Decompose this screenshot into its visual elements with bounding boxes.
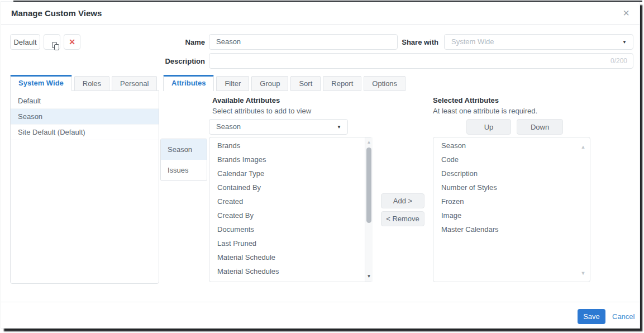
attribute-category-tab[interactable]: Issues (161, 160, 207, 180)
available-attribute-item[interactable]: Modified (209, 278, 372, 282)
attribute-group-value: Season (216, 122, 241, 131)
attribute-category-tabs: SeasonIssues (160, 139, 207, 181)
editor-tab[interactable]: Options (364, 76, 406, 91)
remove-button[interactable]: < Remove (381, 211, 424, 226)
selected-attribute-item[interactable]: Code (433, 153, 590, 166)
cancel-link[interactable]: Cancel (612, 312, 635, 321)
save-button[interactable]: Save (578, 309, 605, 324)
attribute-group-select[interactable]: Season ▼ (209, 119, 348, 135)
selected-attribute-item[interactable]: Number of Styles (433, 180, 590, 194)
selected-attribute-item[interactable]: Master Calendars (433, 222, 590, 236)
name-label: Name (158, 38, 205, 46)
selected-attribute-item[interactable]: Description (433, 166, 590, 180)
view-scope-tab[interactable]: System Wide (10, 75, 72, 91)
delete-button[interactable]: ✕ (64, 34, 80, 50)
dialog-title: Manage Custom Views (11, 8, 102, 18)
move-down-button[interactable]: Down (517, 119, 563, 135)
editor-tab[interactable]: Report (323, 76, 361, 91)
name-input[interactable]: Season (209, 34, 398, 50)
selected-list-scrollbar[interactable]: ▲ ▼ (579, 137, 590, 282)
available-attribute-item[interactable]: Contained By (209, 180, 372, 194)
move-up-button[interactable]: Up (466, 119, 511, 135)
available-attribute-item[interactable]: Documents (209, 222, 372, 236)
available-attributes-heading: Available Attributes (212, 96, 280, 104)
close-icon[interactable]: × (621, 6, 632, 20)
available-attribute-item[interactable]: Brands (209, 139, 372, 153)
description-label: Description (158, 57, 205, 65)
share-with-value: System Wide (451, 37, 494, 46)
selected-attributes-list: SeasonCodeDescriptionNumber of StylesFro… (433, 137, 590, 282)
views-list: DefaultSeasonSite Default (Default) (10, 90, 159, 284)
manage-custom-views-dialog: Manage Custom Views × Default ✕ Name Sea… (1, 1, 640, 329)
description-input[interactable]: 0/200 (209, 53, 633, 69)
available-attribute-item[interactable]: Brands Images (209, 153, 372, 166)
available-attributes-subheading: Select attributes to add to view (212, 107, 311, 115)
share-with-select[interactable]: System Wide ▼ (444, 34, 633, 50)
delete-icon: ✕ (69, 37, 75, 46)
scroll-up-arrow-icon[interactable]: ▲ (579, 144, 587, 150)
chevron-down-icon: ▼ (622, 35, 627, 50)
view-list-item[interactable]: Site Default (Default) (11, 125, 159, 140)
chevron-down-icon: ▼ (337, 120, 341, 135)
default-button[interactable]: Default (10, 34, 40, 50)
scroll-down-arrow-icon[interactable]: ▼ (365, 273, 373, 280)
available-attribute-item[interactable]: Material Schedules (209, 264, 372, 278)
selected-attribute-item[interactable]: Season (433, 139, 590, 153)
available-attributes-list: BrandsBrands ImagesCalendar TypeContaine… (209, 137, 373, 282)
editor-tab[interactable]: Filter (216, 76, 249, 91)
dialog-footer: Save Cancel (1, 302, 640, 328)
share-with-label: Share with (388, 38, 438, 46)
view-scope-tabs: System WideRolesPersonal (10, 75, 159, 91)
available-attribute-item[interactable]: Material Schedule (209, 250, 372, 264)
available-attribute-item[interactable]: Created (209, 194, 372, 208)
editor-tabs: AttributesFilterGroupSortReportOptions (163, 75, 408, 91)
view-scope-tab[interactable]: Personal (112, 76, 157, 91)
add-button[interactable]: Add > (381, 193, 424, 208)
dialog-header: Manage Custom Views × (1, 2, 640, 25)
selected-attributes-subheading: At least one attribute is required. (433, 107, 537, 115)
available-list-scrollbar[interactable]: ▲ ▼ (365, 137, 373, 282)
editor-tab[interactable]: Attributes (163, 75, 214, 91)
view-scope-tab[interactable]: Roles (74, 76, 109, 91)
description-counter: 0/200 (610, 54, 627, 68)
scroll-up-arrow-icon[interactable]: ▲ (365, 139, 373, 146)
scroll-thumb[interactable] (366, 148, 371, 223)
available-attribute-item[interactable]: Last Pruned (209, 236, 372, 250)
available-attribute-item[interactable]: Created By (209, 208, 372, 222)
view-list-item[interactable]: Default (11, 93, 159, 109)
copy-button[interactable] (44, 34, 60, 50)
view-list-item[interactable]: Season (11, 109, 159, 125)
available-attribute-item[interactable]: Calendar Type (209, 166, 372, 180)
editor-tab[interactable]: Sort (290, 76, 321, 91)
attribute-category-tab[interactable]: Season (161, 139, 207, 160)
selected-attributes-heading: Selected Attributes (433, 96, 499, 104)
selected-attribute-item[interactable]: Image (433, 208, 590, 222)
selected-attribute-item[interactable]: Frozen (433, 194, 590, 208)
editor-tab[interactable]: Group (251, 76, 288, 91)
scroll-down-arrow-icon[interactable]: ▼ (579, 270, 587, 276)
